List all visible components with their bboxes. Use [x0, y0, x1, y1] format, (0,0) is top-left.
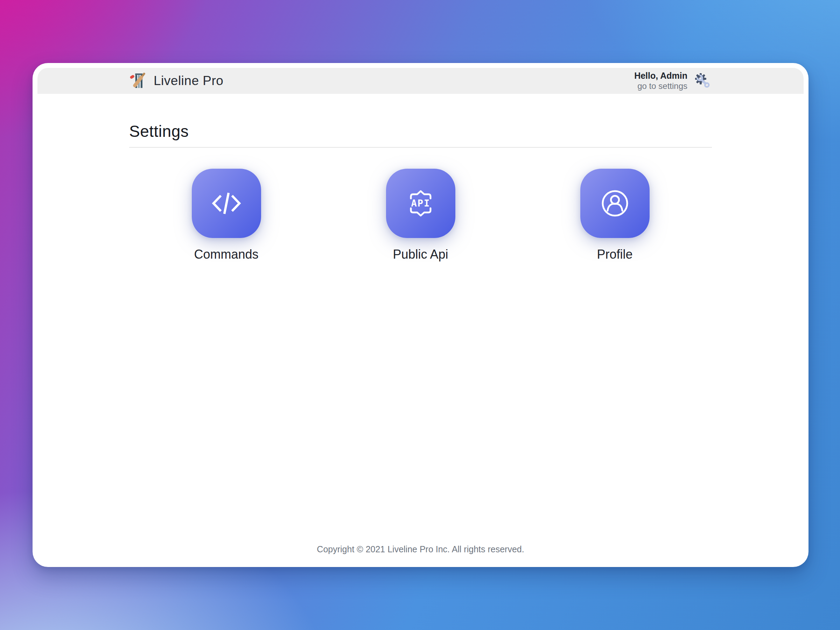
code-icon: [192, 169, 261, 238]
tile-public-api[interactable]: API Public Api: [386, 169, 455, 262]
tile-profile[interactable]: Profile: [580, 169, 650, 262]
api-badge-icon: API: [386, 169, 455, 238]
tile-label: Profile: [597, 247, 632, 262]
cricket-icon: [129, 71, 148, 90]
user-menu: Hello, Admin go to settings: [634, 71, 712, 91]
brand-name: Liveline Pro: [154, 74, 223, 88]
gear-wrench-icon[interactable]: [693, 71, 712, 90]
greeting-text: Hello, Admin: [634, 71, 687, 81]
tile-label: Public Api: [393, 247, 448, 262]
app-footer: Copyright © 2021 Liveline Pro Inc. All r…: [38, 544, 804, 562]
page-title: Settings: [129, 122, 712, 141]
copyright-text: Copyright © 2021 Liveline Pro Inc. All r…: [317, 544, 524, 554]
go-to-settings-link[interactable]: go to settings: [634, 81, 687, 91]
brand[interactable]: Liveline Pro: [129, 71, 223, 90]
main-content: Settings Commands: [38, 94, 804, 544]
tile-label: Commands: [194, 247, 258, 262]
app-header: Liveline Pro Hello, Admin go to settings: [38, 68, 804, 94]
divider: [129, 147, 712, 148]
settings-tiles: Commands API Public Api: [129, 169, 712, 262]
user-circle-icon: [580, 169, 650, 238]
app-window: Liveline Pro Hello, Admin go to settings: [33, 63, 808, 567]
tile-commands[interactable]: Commands: [192, 169, 261, 262]
svg-text:API: API: [411, 198, 430, 208]
